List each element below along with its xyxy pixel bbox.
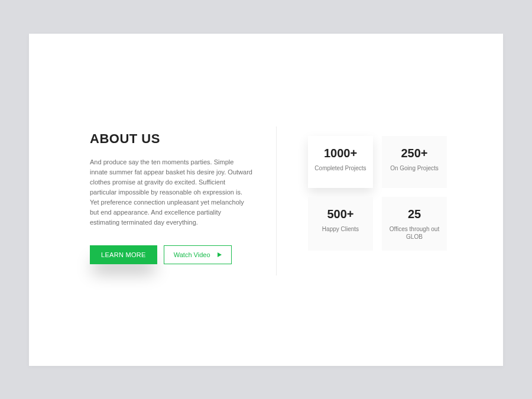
watch-video-button[interactable]: Watch Video (164, 245, 232, 264)
stat-card-completed-projects: 1000+ Completed Projects (308, 136, 373, 188)
stat-card-offices: 25 Offices through out GLOB (382, 197, 447, 251)
play-icon (218, 252, 222, 257)
content-row: ABOUT US And produce say the ten moments… (29, 34, 503, 275)
stat-number: 1000+ (314, 147, 367, 160)
stat-card-ongoing-projects: 250+ On Going Projects (382, 136, 447, 188)
stat-number: 25 (388, 207, 441, 221)
stat-label: Happy Clients (314, 225, 367, 233)
stats-grid: 1000+ Completed Projects 250+ On Going P… (308, 136, 447, 251)
watch-video-label: Watch Video (174, 251, 210, 258)
stat-label: Offices through out GLOB (388, 225, 441, 241)
about-column: ABOUT US And produce say the ten moments… (90, 131, 276, 275)
stats-column: 1000+ Completed Projects 250+ On Going P… (277, 131, 471, 275)
stat-card-happy-clients: 500+ Happy Clients (308, 197, 373, 251)
learn-more-button[interactable]: LEARN MORE (90, 245, 157, 264)
stat-label: On Going Projects (388, 164, 441, 173)
main-card: ABOUT US And produce say the ten moments… (29, 34, 503, 366)
stat-number: 500+ (314, 207, 367, 221)
stat-number: 250+ (388, 147, 441, 160)
about-description: And produce say the ten moments parties.… (90, 157, 252, 228)
about-heading: ABOUT US (90, 131, 252, 147)
button-row: LEARN MORE Watch Video (90, 245, 252, 264)
stat-label: Completed Projects (314, 164, 367, 173)
